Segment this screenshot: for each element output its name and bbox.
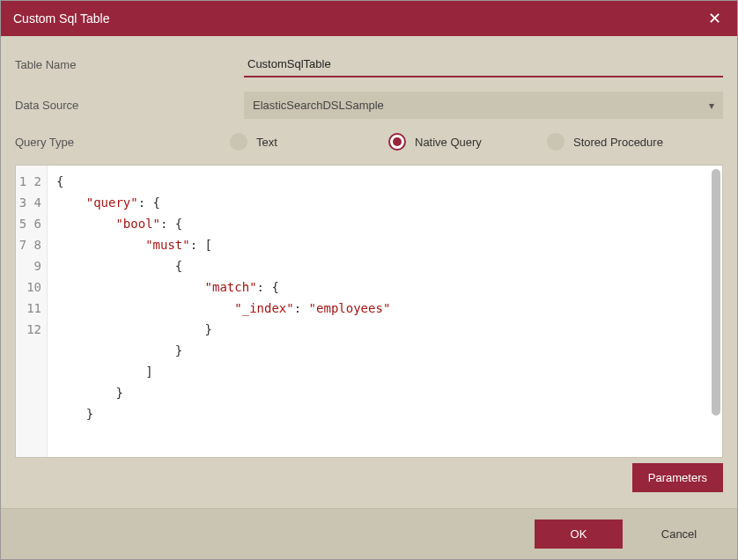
radio-label: Text [256, 136, 277, 149]
radio-icon [388, 133, 406, 151]
editor-gutter: 1 2 3 4 5 6 7 8 9 10 11 12 [16, 166, 48, 457]
parameters-row: Parameters [1, 458, 737, 508]
ok-button[interactable]: OK [535, 519, 623, 549]
table-name-row: Table Name [15, 52, 723, 77]
titlebar: Custom Sql Table ✕ [1, 1, 737, 36]
radio-label: Stored Procedure [573, 136, 663, 149]
chevron-down-icon: ▾ [709, 99, 714, 112]
editor-scrollbar[interactable] [712, 169, 720, 416]
radio-native-query[interactable]: Native Query [388, 133, 547, 151]
radio-stored-procedure[interactable]: Stored Procedure [547, 133, 723, 151]
query-type-row: Query Type Text Native Query Stored Proc… [15, 133, 723, 151]
query-editor[interactable]: 1 2 3 4 5 6 7 8 9 10 11 12 { "query": { … [15, 165, 723, 458]
query-type-label: Query Type [15, 136, 230, 149]
custom-sql-table-dialog: Custom Sql Table ✕ Table Name Data Sourc… [0, 0, 738, 560]
data-source-label: Data Source [15, 99, 244, 112]
close-icon[interactable]: ✕ [705, 9, 725, 28]
dialog-footer: OK Cancel [1, 508, 737, 559]
data-source-value: ElasticSearchDSLSample [244, 92, 723, 119]
dialog-title: Custom Sql Table [13, 11, 109, 26]
table-name-input[interactable] [244, 52, 723, 77]
radio-text[interactable]: Text [230, 133, 388, 151]
radio-icon [230, 133, 247, 151]
table-name-label: Table Name [15, 58, 244, 71]
dialog-content: Table Name Data Source ElasticSearchDSLS… [1, 36, 737, 458]
query-type-radio-group: Text Native Query Stored Procedure [230, 133, 723, 151]
parameters-button[interactable]: Parameters [632, 463, 723, 492]
data-source-row: Data Source ElasticSearchDSLSample ▾ [15, 92, 723, 119]
cancel-button[interactable]: Cancel [635, 519, 723, 549]
radio-icon [547, 133, 565, 151]
radio-label: Native Query [415, 136, 482, 149]
editor-code[interactable]: { "query": { "bool": { "must": [ { "matc… [48, 166, 722, 457]
data-source-select[interactable]: ElasticSearchDSLSample ▾ [244, 92, 723, 119]
